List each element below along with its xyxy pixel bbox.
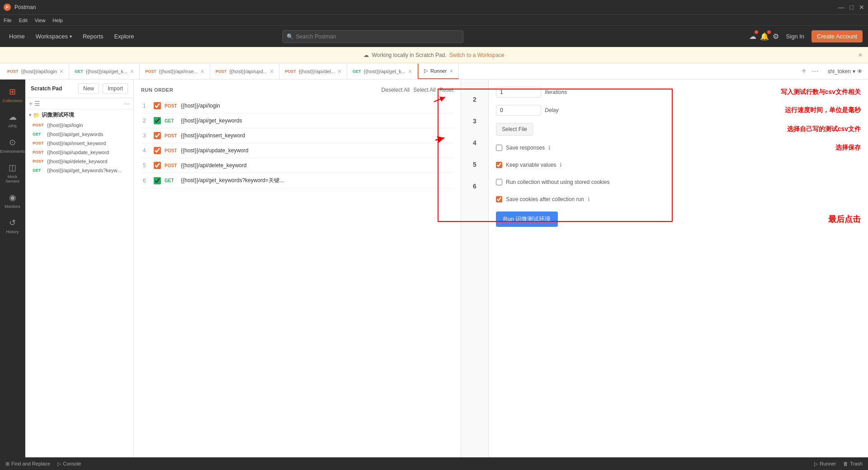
save-responses-info-icon[interactable]: ℹ [548,145,551,151]
tab-runner[interactable]: ▷ Runner × [418,64,459,79]
settings-icon[interactable]: ⚙ [773,32,779,41]
request-item-2[interactable]: 2 GET {{host}}/api/get_keywords [141,113,453,128]
request-checkbox-5[interactable] [154,162,161,169]
maximize-button[interactable]: □ [850,4,854,11]
request-item-4[interactable]: 4 POST {{host}}/api/update_keyword [141,143,453,158]
reset-button[interactable]: Reset [439,87,453,93]
eye-icon[interactable]: 👁 [857,68,863,75]
nav-explore[interactable]: Explore [111,31,138,42]
request-checkbox-4[interactable] [154,147,161,154]
deselect-all-button[interactable]: Deselect All [382,87,410,93]
runner-icon: ▷ [814,461,818,467]
tab-post-delete[interactable]: POST {{host}}/api/del... × [279,64,347,79]
request-item-6[interactable]: 6 GET {{host}}/api/get_keywords?keyword=… [141,173,453,188]
minimize-button[interactable]: — [838,4,844,11]
close-button[interactable]: ✕ [859,4,864,11]
method-badge: POST [165,163,177,168]
request-checkbox-6[interactable] [154,177,161,184]
create-account-button[interactable]: Create Account [811,30,863,42]
tab-close-icon[interactable]: × [200,68,204,75]
request-item-1[interactable]: 1 POST {{host}}/api/login [141,99,453,113]
menu-help[interactable]: Help [52,18,63,23]
search-bar[interactable]: 🔍 Search Postman [283,30,463,43]
tab-post-login[interactable]: POST {{host}}/api/login × [2,64,69,79]
token-selector[interactable]: shi_token ▾ 👁 [824,68,866,75]
keep-variables-info-icon[interactable]: ℹ [560,162,562,168]
tab-close-icon[interactable]: × [338,68,341,75]
tab-post-update[interactable]: POST {{host}}/api/upd... × [210,64,280,79]
run-without-cookies-checkbox[interactable] [496,179,502,185]
tab-get-keywords2[interactable]: GET {{host}}/api/get_k... × [347,64,418,79]
request-checkbox-1[interactable] [154,102,161,109]
tab-close-icon[interactable]: × [60,68,63,75]
chevron-down-icon: ▾ [29,113,31,118]
request-item-3[interactable]: 3 POST {{host}}/api/insert_keyword [141,128,453,143]
search-icon: 🔍 [287,33,293,40]
tab-close-icon[interactable]: × [449,67,453,75]
tab-close-icon[interactable]: × [408,68,412,75]
tab-close-icon[interactable]: × [270,68,274,75]
more-options-icon[interactable]: ··· [124,100,130,107]
request-checkbox-2[interactable] [154,117,161,124]
list-item[interactable]: POST {{host}}/api/login [25,121,133,130]
tab-method: GET [353,69,361,74]
nav-workspaces-label: Workspaces [36,33,68,40]
menu-edit[interactable]: Edit [19,18,28,23]
sign-in-button[interactable]: Sign In [783,31,808,42]
more-tabs-button[interactable]: ··· [810,66,821,77]
banner-close-icon[interactable]: ✕ [858,52,863,58]
sidebar-item-apis[interactable]: ☁ APIs [0,108,25,132]
request-checkbox-3[interactable] [154,132,161,139]
list-item[interactable]: GET {{host}}/api/get_keywords [25,130,133,139]
save-cookies-checkbox[interactable] [496,196,502,202]
nav-workspaces[interactable]: Workspaces ▾ [32,31,75,42]
list-item[interactable]: POST {{host}}/api/update_keyword [25,148,133,157]
request-item-5[interactable]: 5 POST {{host}}/api/delete_keyword [141,158,453,173]
nav-reports[interactable]: Reports [79,31,107,42]
tab-runner-label: Runner [430,68,447,74]
list-item[interactable]: POST {{host}}/api/insert_keyword [25,139,133,148]
keep-variables-row: Keep variable values ℹ [496,160,861,170]
sort-icon[interactable]: ☰ [34,100,40,107]
add-collection-icon[interactable]: + [29,100,33,107]
tab-get-keywords[interactable]: GET {{host}}/api/get_k... × [69,64,140,79]
sidebar-item-mock-servers[interactable]: ◫ Mock Servers [0,159,25,187]
sidebar-item-monitors[interactable]: ◉ Monitors [0,189,25,212]
menu-file[interactable]: File [4,18,12,23]
sidebar-item-collections[interactable]: ⊞ Collections [0,83,25,107]
sidebar-item-history[interactable]: ↺ History [0,214,25,238]
save-cookies-info-icon[interactable]: ℹ [588,196,590,202]
collection-name-text: 识微测试环境 [42,111,74,119]
select-file-button[interactable]: Select File [496,123,533,136]
notification-icon[interactable]: 🔔 [760,32,769,41]
sync-icon[interactable]: ☁ [749,32,756,41]
iterations-input[interactable]: 1 [496,87,541,98]
trash-button[interactable]: 🗑 Trash [843,461,863,466]
keep-variables-checkbox[interactable] [496,162,502,168]
menu-view[interactable]: View [35,18,46,23]
import-button[interactable]: Import [103,83,128,94]
find-replace-button[interactable]: ⊞ Find and Replace [5,461,50,467]
tab-post-insert[interactable]: POST {{host}}/api/inse... × [140,64,210,79]
api-path-text: {{host}}/api/insert_keyword [47,141,106,146]
step-4: 4 [473,132,476,154]
tab-close-icon[interactable]: × [130,68,134,75]
run-order-header: RUN ORDER Deselect All Select All Reset [141,87,453,93]
runner-button[interactable]: ▷ Runner [814,461,836,467]
console-button[interactable]: ▷ Console [57,461,81,467]
delay-input[interactable]: 0 [496,105,541,116]
sidebar-item-environments[interactable]: ⊙ Environments [0,134,25,157]
run-collection-button[interactable]: Run 识微测试环境 [496,212,558,227]
nav-home[interactable]: Home [5,31,28,42]
list-item[interactable]: GET {{host}}/api/get_keywords?keyw... [25,166,133,175]
run-annotation: 最后点击 [828,214,861,225]
select-all-button[interactable]: Select All [413,87,435,93]
new-tab-button[interactable]: + [800,66,808,77]
new-button[interactable]: New [78,83,99,94]
method-badge: POST [33,150,45,155]
save-responses-checkbox[interactable] [496,145,502,151]
banner-link[interactable]: Switch to a Workspace [449,52,505,58]
list-item[interactable]: POST {{host}}/api/delete_keyword [25,157,133,166]
main-layout: ⊞ Collections ☁ APIs ⊙ Environments ◫ Mo… [0,80,868,457]
collection-header[interactable]: ▾ 📁 识微测试环境 [25,109,133,121]
